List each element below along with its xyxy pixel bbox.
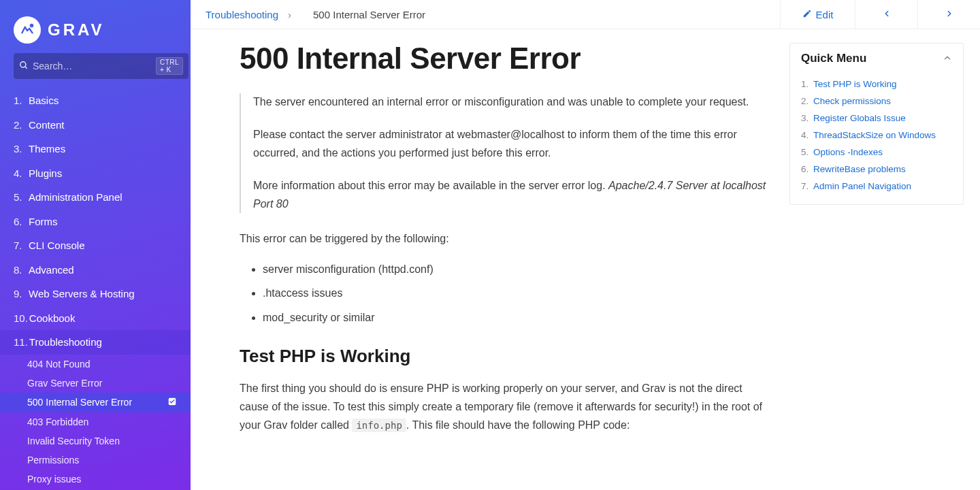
sidebar-item-plugins[interactable]: 4.Plugins [0, 161, 191, 186]
list-item: server misconfiguration (httpd.conf) [263, 260, 769, 278]
sidebar-sub-proxy[interactable]: Proxy issues [0, 470, 191, 489]
sidebar-item-cookbook[interactable]: 10.Cookbook [0, 306, 191, 331]
chevron-right-icon: › [288, 9, 291, 20]
sidebar: GRAV CTRL + K v1.5 ▾ 1.Basics 2.Content … [0, 0, 191, 490]
quick-menu-item[interactable]: 3.Register Globals Issue [801, 110, 952, 127]
search-input-wrap[interactable]: CTRL + K [14, 53, 189, 79]
quick-menu-item[interactable]: 1.Test PHP is Working [801, 76, 952, 93]
quick-menu-title: Quick Menu [801, 52, 866, 65]
breadcrumb-parent[interactable]: Troubleshooting [206, 9, 278, 20]
edit-button[interactable]: Edit [780, 0, 855, 29]
next-button[interactable] [917, 0, 980, 29]
brand-logo[interactable]: GRAV [0, 0, 191, 53]
breadcrumb-current: 500 Internal Server Error [313, 9, 425, 20]
search-shortcut: CTRL + K [156, 57, 183, 75]
edit-icon [802, 9, 812, 20]
causes-list: server misconfiguration (httpd.conf) .ht… [240, 260, 769, 327]
sidebar-sub-500[interactable]: 500 Internal Server Error [0, 393, 191, 412]
sidebar-item-advanced[interactable]: 8.Advanced [0, 258, 191, 282]
quick-menu-item[interactable]: 2.Check permissions [801, 93, 952, 110]
nav: 1.Basics 2.Content 3.Themes 4.Plugins 5.… [0, 88, 191, 490]
quick-menu-item[interactable]: 6.RewriteBase problems [801, 161, 952, 178]
chevron-up-icon [943, 53, 952, 65]
sidebar-item-basics[interactable]: 1.Basics [0, 88, 191, 113]
sidebar-item-troubleshooting[interactable]: 11.Troubleshooting [0, 330, 191, 355]
quick-menu-header[interactable]: Quick Menu [790, 44, 963, 74]
sidebar-item-cli-console[interactable]: 7.CLI Console [0, 233, 191, 258]
sidebar-item-web-servers[interactable]: 9.Web Servers & Hosting [0, 282, 191, 306]
search-icon [19, 61, 29, 72]
grav-logo-icon [14, 16, 41, 44]
check-icon [167, 397, 177, 408]
sidebar-item-forms[interactable]: 6.Forms [0, 210, 191, 234]
article: 500 Internal Server Error The server enc… [191, 29, 789, 490]
quick-menu-item[interactable]: 7.Admin Panel Navigation [801, 178, 952, 195]
breadcrumb: Troubleshooting › 500 Internal Server Er… [206, 9, 425, 20]
lead-paragraph: This error can be triggered by the follo… [240, 229, 769, 248]
section-heading-test-php: Test PHP is Working [240, 346, 769, 367]
quick-menu-item[interactable]: 4.ThreadStackSize on Windows [801, 127, 952, 144]
topbar: Troubleshooting › 500 Internal Server Er… [191, 0, 980, 29]
search-input[interactable] [33, 61, 152, 71]
content: Troubleshooting › 500 Internal Server Er… [191, 0, 980, 490]
page-title: 500 Internal Server Error [240, 42, 769, 76]
quick-menu-item[interactable]: 5.Options -Indexes [801, 144, 952, 161]
svg-line-2 [25, 66, 27, 68]
inline-code: info.php [352, 419, 406, 432]
sidebar-item-content[interactable]: 2.Content [0, 113, 191, 137]
quick-menu: Quick Menu 1.Test PHP is Working 2.Check… [789, 29, 980, 490]
svg-point-1 [20, 61, 26, 67]
paragraph: The first thing you should do is ensure … [240, 379, 769, 435]
list-item: .htaccess issues [263, 284, 769, 302]
sidebar-sub-grav-error[interactable]: Grav Server Error [0, 374, 191, 393]
chevron-left-icon [882, 9, 892, 20]
brand-text: GRAV [48, 20, 105, 39]
chevron-right-icon [945, 9, 954, 20]
sidebar-item-admin-panel[interactable]: 5.Administration Panel [0, 185, 191, 210]
sidebar-sub-permissions[interactable]: Permissions [0, 451, 191, 470]
list-item: mod_security or similar [263, 308, 769, 327]
sidebar-item-themes[interactable]: 3.Themes [0, 137, 191, 161]
prev-button[interactable] [855, 0, 917, 29]
sidebar-sub-403[interactable]: 403 Forbidden [0, 412, 191, 431]
svg-point-0 [31, 24, 33, 27]
sidebar-sub-404[interactable]: 404 Not Found [0, 355, 191, 374]
error-blockquote: The server encountered an internal error… [240, 93, 769, 213]
sidebar-sub-invalid-token[interactable]: Invalid Security Token [0, 431, 191, 451]
